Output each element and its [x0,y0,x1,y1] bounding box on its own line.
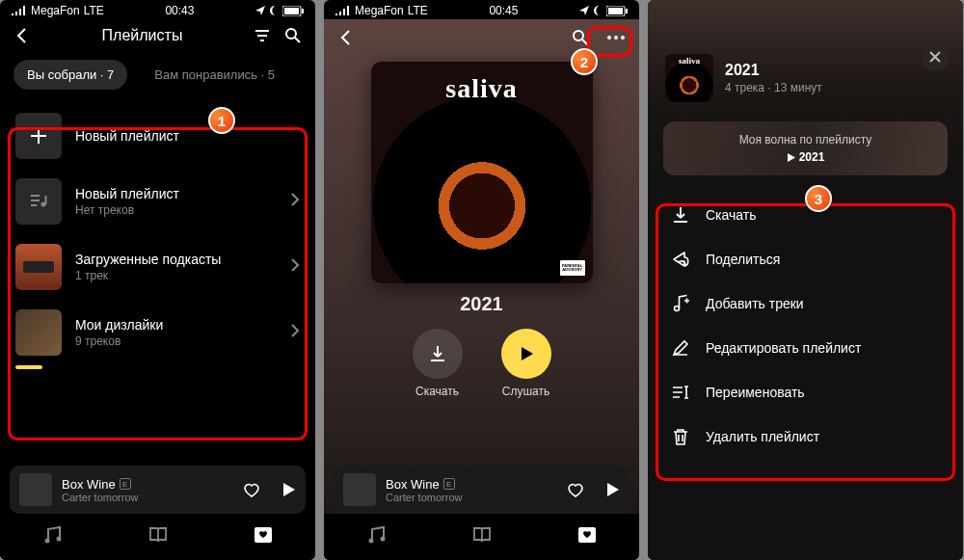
tabs: Вы собрали · 7 Вам понравились · 5 [0,52,315,103]
menu-edit[interactable]: Редактировать плейлист [661,326,950,370]
add-tracks-icon [671,294,690,313]
svg-point-16 [380,537,385,542]
nav-collection[interactable] [253,524,274,549]
close-button[interactable] [921,42,950,71]
clock-label: 00:43 [165,4,194,17]
download-button[interactable]: Скачать [413,329,463,398]
back-button[interactable] [337,29,355,46]
search-icon [284,27,302,44]
playlist-title: 2021 [324,293,639,315]
battery-icon [606,6,628,16]
play-button[interactable]: Слушать [501,329,551,398]
mini-track: Box Wine [386,477,440,492]
clock-label: 00:45 [489,4,518,17]
album-art: saliva PARENTAL ADVISORY [371,62,593,283]
action-row: Скачать Слушать [324,329,639,398]
filter-icon [254,27,271,44]
heart-icon [242,480,261,499]
new-playlist-button[interactable]: Новый плейлист [12,103,304,169]
edit-icon [671,338,690,358]
filter-button[interactable] [254,27,271,44]
svg-point-12 [607,36,611,40]
menu-delete[interactable]: Удалить плейлист [661,414,950,459]
album-logo: saliva [371,73,593,104]
play-icon [281,482,296,497]
row-sub: 1 трек [75,269,221,282]
dislikes-thumb [15,309,62,356]
wave-line2: 2021 [799,150,825,164]
menu-share[interactable]: Поделиться [661,237,950,281]
nav-podcasts[interactable] [147,524,169,549]
row-title: Загруженные подкасты [75,252,221,267]
tab-collected[interactable]: Вы собрали · 7 [13,60,127,90]
menu-label: Добавить треки [706,296,804,311]
carrier-label: MegaFon [355,4,404,17]
battery-icon [282,6,304,16]
back-button[interactable] [13,27,31,44]
search-button[interactable] [572,29,589,46]
phone-playlist-detail: MegaFon LTE 00:45 saliva P [324,0,639,560]
plus-thumb [15,113,62,159]
menu-label: Поделиться [706,252,780,267]
mini-play-button[interactable] [604,482,620,497]
download-label: Скачать [415,385,459,398]
status-bar: MegaFon LTE 00:45 [324,0,639,19]
playlist-list: Новый плейлист Новый плейлист Нет треков… [0,103,315,365]
playlist-icon-thumb [15,178,62,225]
miniplayer[interactable]: Box WineE Carter tomorrow [334,466,629,514]
like-button[interactable] [566,480,585,499]
navbar [324,514,639,560]
book-icon [471,524,493,546]
svg-point-11 [574,31,583,40]
play-icon [518,345,535,362]
playlist-icon [28,191,49,212]
svg-point-6 [56,537,61,542]
nav-podcasts[interactable] [471,524,493,549]
carrier-label: MegaFon [31,4,80,17]
playlist-item[interactable]: Загруженные подкасты 1 трек [12,234,304,300]
menu-list: Скачать Поделиться Добавить треки Редакт… [648,189,963,463]
navbar [0,514,315,560]
mini-artist: Carter tomorrow [62,492,138,503]
playlist-item[interactable]: Новый плейлист Нет треков [12,169,304,234]
svg-rect-1 [284,8,299,14]
explicit-badge: E [120,478,131,490]
book-icon [147,524,169,546]
svg-point-3 [286,29,296,39]
menu-label: Удалить плейлист [706,429,819,444]
close-icon [928,50,942,64]
plus-icon [29,126,48,146]
note-icon [366,524,388,546]
nav-collection[interactable] [576,524,598,549]
menu-rename[interactable]: Переименовать [661,370,950,414]
playlist-item[interactable]: Мои дизлайки 9 треков [12,300,304,365]
search-button[interactable] [284,27,302,44]
explicit-badge: E [443,478,455,490]
play-label: Слушать [502,385,549,398]
note-icon [42,524,64,546]
step-marker-1: 1 [208,107,235,134]
chevron-left-icon [337,29,355,46]
trash-icon [671,427,690,446]
svg-rect-2 [302,9,304,13]
miniplayer[interactable]: Box WineE Carter tomorrow [10,466,306,514]
rename-icon [671,383,690,402]
mini-cover [343,473,376,506]
step-marker-3: 3 [805,185,832,212]
parental-advisory: PARENTAL ADVISORY [560,260,585,276]
wave-card[interactable]: Моя волна по плейлисту 2021 [663,121,948,175]
like-button[interactable] [242,480,261,499]
phone-playlists: MegaFon LTE 00:43 Плейлисты Вы собрали ·… [0,0,315,560]
nav-feed[interactable] [42,524,64,549]
nav-feed[interactable] [366,524,388,549]
signal-icon [335,6,351,15]
now-playing-indicator [15,365,42,369]
mini-track: Box Wine [62,477,116,492]
tab-liked[interactable]: Вам понравились · 5 [141,60,288,90]
svg-point-15 [368,539,373,544]
menu-add-tracks[interactable]: Добавить треки [661,281,950,326]
action-sheet: 2021 4 трека · 13 минут Моя волна по пле… [648,0,963,560]
more-button[interactable] [606,29,626,46]
row-title: Новый плейлист [75,128,179,144]
mini-play-button[interactable] [281,482,296,497]
